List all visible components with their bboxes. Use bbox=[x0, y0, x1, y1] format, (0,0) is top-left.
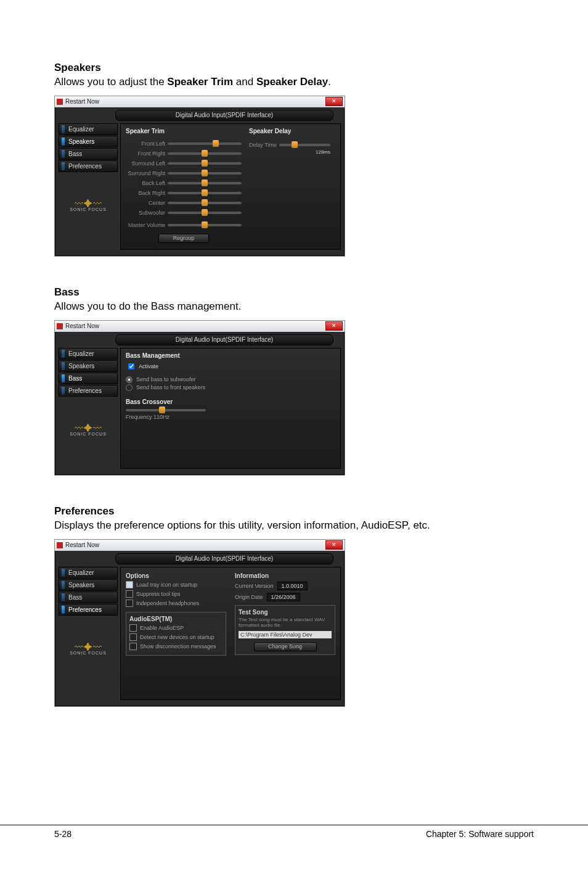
radio-send-front[interactable]: Send bass to front speakers bbox=[126, 384, 335, 391]
chapter-label: Chapter 5: Software support bbox=[426, 829, 534, 839]
tab-bass[interactable]: Bass bbox=[59, 148, 118, 160]
logo-text: SONIC FOCUS bbox=[59, 207, 118, 212]
logo-icon: 〰✦〰 bbox=[59, 201, 118, 207]
tab-label: Bass bbox=[68, 375, 82, 382]
info-date: Origin Date 1/26/2006 bbox=[235, 593, 335, 601]
tab-label: Speakers bbox=[68, 138, 94, 145]
slider-front-left[interactable]: Front Left bbox=[126, 139, 242, 149]
tab-speakers[interactable]: Speakers bbox=[59, 136, 118, 147]
crossover-title: Bass Crossover bbox=[126, 398, 335, 405]
trim-heading: Speaker Trim bbox=[126, 128, 242, 134]
tab-label: Preferences bbox=[68, 163, 102, 170]
bass-window: Restart Now ✕ Digital Audio Input(SPDIF … bbox=[54, 320, 345, 476]
window-title: Restart Now bbox=[65, 323, 99, 329]
info-label: Origin Date bbox=[235, 594, 263, 600]
device-banner[interactable]: Digital Audio Input(SPDIF Interface) bbox=[115, 110, 333, 121]
close-button[interactable]: ✕ bbox=[325, 540, 343, 550]
slider-master[interactable]: Master Volume bbox=[126, 221, 242, 230]
close-button[interactable]: ✕ bbox=[325, 97, 343, 106]
slider-back-right[interactable]: Back Right bbox=[126, 189, 242, 198]
delay-heading: Speaker Delay bbox=[249, 128, 291, 134]
prefs-heading: Preferences bbox=[54, 505, 534, 518]
slider-label: Center bbox=[126, 200, 168, 206]
titlebar: Restart Now ✕ bbox=[55, 540, 345, 551]
brand-logo: 〰✦〰 SONIC FOCUS bbox=[59, 645, 118, 655]
opt-show-disconnect[interactable]: Show disconnection messages bbox=[129, 643, 223, 650]
test-song-box: Test Song The Test song must be a standa… bbox=[235, 605, 335, 655]
checkbox-label: Show disconnection messages bbox=[140, 643, 216, 650]
tab-label: Preferences bbox=[68, 387, 102, 394]
slider-delay-time[interactable]: Delay Time bbox=[249, 142, 330, 148]
delay-label: Delay Time bbox=[249, 142, 277, 148]
tab-equalizer[interactable]: Equalizer bbox=[59, 348, 118, 360]
tab-bass[interactable]: Bass bbox=[59, 373, 118, 384]
tab-equalizer[interactable]: Equalizer bbox=[59, 123, 118, 135]
close-button[interactable]: ✕ bbox=[325, 321, 343, 331]
opt-enable-esp[interactable]: Enable AudioESP bbox=[129, 624, 223, 632]
checkbox-label: Activate bbox=[139, 363, 158, 369]
tab-label: Speakers bbox=[68, 582, 94, 588]
tab-bass[interactable]: Bass bbox=[59, 592, 118, 603]
tab-speakers[interactable]: Speakers bbox=[59, 360, 118, 372]
slider-label: Surround Right bbox=[126, 170, 168, 176]
activate-checkbox[interactable]: Activate bbox=[126, 361, 335, 371]
logo-icon: 〰✦〰 bbox=[59, 645, 118, 651]
slider-label: Front Left bbox=[126, 141, 168, 147]
change-song-button[interactable]: Change Song bbox=[254, 642, 317, 651]
info-label: Current Version bbox=[235, 583, 274, 589]
slider-label: Back Left bbox=[126, 180, 168, 186]
app-icon bbox=[57, 542, 63, 548]
tab-label: Bass bbox=[68, 151, 82, 157]
text: Speaker Trim bbox=[167, 76, 233, 88]
radio-label: Send bass to subwoofer bbox=[136, 376, 196, 382]
slider-center[interactable]: Center bbox=[126, 199, 242, 208]
opt-detect-devices[interactable]: Detect new devices on startup bbox=[129, 633, 223, 641]
text: and bbox=[233, 76, 256, 88]
prefs-panel: Options Load tray icon on startup Suppre… bbox=[120, 567, 341, 700]
info-version: Current Version 1.0.0010 bbox=[235, 582, 335, 590]
info-value: 1/26/2006 bbox=[267, 593, 300, 601]
radio-label: Send bass to front speakers bbox=[136, 384, 205, 390]
checkbox-label: Suppress tool tips bbox=[136, 591, 181, 597]
radio-send-sub[interactable]: Send bass to subwoofer bbox=[126, 376, 335, 383]
test-title: Test Song bbox=[239, 609, 332, 616]
crossover-slider[interactable] bbox=[126, 409, 206, 411]
audioesp-title: AudioESP(TM) bbox=[129, 616, 223, 622]
regroup-button[interactable]: Regroup bbox=[158, 234, 209, 243]
slider-front-right[interactable]: Front Right bbox=[126, 149, 242, 159]
checkbox-label: Independent headphones bbox=[136, 600, 199, 606]
slider-label: Back Right bbox=[126, 190, 168, 196]
slider-label: Front Right bbox=[126, 151, 168, 157]
tab-preferences[interactable]: Preferences bbox=[59, 604, 118, 616]
sidebar-tabs: Equalizer Speakers Bass Preferences bbox=[59, 348, 118, 397]
device-banner[interactable]: Digital Audio Input(SPDIF Interface) bbox=[115, 334, 333, 345]
window-title: Restart Now bbox=[65, 98, 99, 105]
tab-preferences[interactable]: Preferences bbox=[59, 385, 118, 397]
sidebar-tabs: Equalizer Speakers Bass Preferences bbox=[59, 567, 118, 616]
tab-equalizer[interactable]: Equalizer bbox=[59, 567, 118, 579]
text: Speaker Delay bbox=[256, 76, 328, 88]
slider-back-left[interactable]: Back Left bbox=[126, 179, 242, 188]
logo-icon: 〰✦〰 bbox=[59, 426, 118, 432]
opt-suppress-tips[interactable]: Suppress tool tips bbox=[126, 590, 226, 598]
checkbox-label: Load tray icon on startup bbox=[136, 582, 197, 588]
tab-speakers[interactable]: Speakers bbox=[59, 579, 118, 591]
slider-surround-right[interactable]: Surround Right bbox=[126, 169, 242, 178]
slider-surround-left[interactable]: Surround Left bbox=[126, 159, 242, 168]
tab-preferences[interactable]: Preferences bbox=[59, 160, 118, 172]
checkbox-input[interactable] bbox=[128, 363, 134, 369]
slider-label: Subwoofer bbox=[126, 210, 168, 216]
slider-label: Master Volume bbox=[126, 222, 168, 228]
speakers-panel: Speaker Trim Speaker Delay Front Left Fr… bbox=[120, 123, 341, 250]
tab-label: Speakers bbox=[68, 363, 94, 369]
opt-tray-icon[interactable]: Load tray icon on startup bbox=[126, 581, 226, 588]
test-path-field[interactable]: C:\Program Files\Analog Dev bbox=[239, 631, 332, 638]
slider-subwoofer[interactable]: Subwoofer bbox=[126, 208, 242, 218]
logo-text: SONIC FOCUS bbox=[59, 432, 118, 436]
sidebar-tabs: Equalizer Speakers Bass Preferences bbox=[59, 123, 118, 173]
opt-indep-headphones[interactable]: Independent headphones bbox=[126, 600, 226, 607]
slider-label: Surround Left bbox=[126, 160, 168, 167]
device-banner[interactable]: Digital Audio Input(SPDIF Interface) bbox=[115, 553, 333, 564]
tab-label: Equalizer bbox=[68, 126, 94, 133]
brand-logo: 〰✦〰 SONIC FOCUS bbox=[59, 426, 118, 436]
